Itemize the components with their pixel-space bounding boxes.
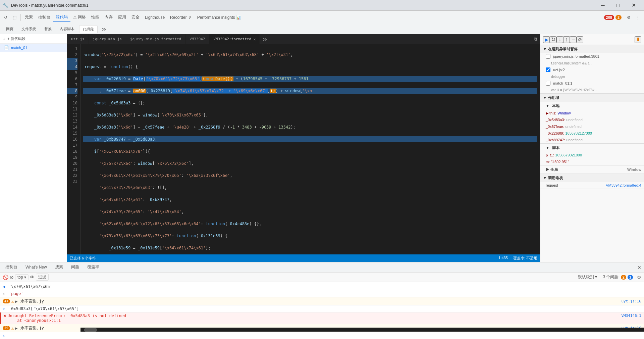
top-context[interactable]: top ▾ (15, 274, 29, 280)
scope-section: ▼ 作用域 ▼ 本地 ▶ this: Window _0x5d83a3: und… (540, 94, 644, 144)
coverage-tab[interactable]: 覆盖率 (85, 262, 102, 273)
warn-badge-47: 47 (3, 299, 10, 303)
code-line-2: request = function() { (83, 64, 537, 70)
more-tabs-btn[interactable]: ≫ (99, 25, 109, 34)
step-over-button[interactable]: ↻ (550, 36, 556, 43)
filter-input[interactable]: 过滤 (36, 274, 49, 281)
step-into-button[interactable]: ↓ (556, 36, 563, 43)
warn-icon-2: ⚠ (11, 326, 14, 331)
clear-console-btn[interactable]: 🚫 (3, 275, 8, 280)
tab-close-icon[interactable]: ✕ (253, 37, 256, 42)
breakpoint-item-1: jquery.min.js:formatted:3801 (540, 53, 644, 60)
application-tab-btn[interactable]: 应用 (115, 13, 129, 22)
scope-arrow: ▼ (543, 96, 547, 100)
snippets-tab[interactable]: 代码段 (79, 25, 98, 33)
coverage-status: 覆盖率: 不适用 (513, 256, 537, 261)
breakpoint-checkbox-1[interactable] (546, 54, 550, 59)
jquery-formatted-tab[interactable]: jquery.min.js:formatted (126, 34, 185, 44)
vm33942-formatted-tab[interactable]: VM33942:formatted ✕ (210, 34, 260, 44)
lighthouse-tab-btn[interactable]: Lighthouse (142, 13, 167, 22)
whats-new-tab[interactable]: What's New (23, 262, 50, 273)
expand-47[interactable]: ▶ (15, 299, 19, 304)
err-badge-bottom: 1 (628, 275, 633, 280)
vm33942-tab[interactable]: VM33942 (185, 34, 209, 44)
performance-tab-btn[interactable]: 性能 (89, 13, 102, 22)
scope-header[interactable]: ▼ 作用域 (540, 94, 644, 102)
code-line-7: _0x5d83a3['\x6d'] = _0x57feae + '\u4e28'… (83, 124, 537, 130)
filetree-item-match01[interactable]: 📄 match_01 (0, 44, 67, 52)
console-tab-btn[interactable]: 控制台 (36, 13, 53, 22)
deactivate-breakpoints[interactable]: ⊘ (577, 36, 583, 43)
warn-source-1[interactable]: uyt.js:16 (621, 299, 641, 303)
err-source[interactable]: VM34146:1 (621, 313, 641, 318)
local-scope-header[interactable]: ▼ 本地 (540, 102, 644, 110)
log-level[interactable]: 默认级别 ▾ (578, 274, 597, 280)
breakpoint-subtext-3: var U = ['W5r5W6VdIHZcT8k... (540, 87, 644, 93)
filesystem-tab[interactable]: 文件系统 (18, 25, 40, 33)
recorder-tab-btn[interactable]: Recorder 🎙 (167, 13, 195, 22)
split-editor-btn[interactable]: ⧉ (531, 36, 540, 42)
script-m: m: "4602.951" (540, 158, 644, 165)
perf-insights-tab-btn[interactable]: Performance insights 📊 (195, 13, 244, 22)
code-area[interactable]: 1234 5678 91011121314 151617181920 21222… (67, 44, 540, 254)
breakpoint-checkbox-3[interactable] (546, 81, 550, 86)
breakpoints-header[interactable]: ▼ 在遇到异常时暂停 (540, 45, 644, 53)
minimize-button[interactable]: ─ (595, 0, 610, 11)
more-tools-button[interactable]: ⋮ (633, 13, 643, 22)
code-line-9: $['\x61\x6a\x61\x78']({ (83, 148, 537, 154)
code-line-8: var _0xb89747 = _0x5d83a3; (83, 136, 537, 142)
callstack-arrow: ▼ (543, 176, 547, 180)
replace-tab[interactable]: 替换 (41, 25, 55, 33)
console-line-2: ◁ 'page' (0, 290, 644, 297)
content-scripts-tab[interactable]: 内容脚本 (56, 25, 78, 33)
code-line-16: '\x73\x75\x63\x63\x65\x73\x73': function… (83, 233, 537, 239)
script-arrow: ▼ (546, 146, 549, 150)
var-5d83a3: _0x5d83a3: undefined (540, 116, 644, 123)
console-settings-btn[interactable]: ⚙ (637, 275, 641, 280)
no-icon-btn[interactable]: ⊘ (10, 275, 14, 280)
maximize-button[interactable]: □ (610, 0, 626, 11)
pause-on-exception[interactable]: ⏸ (635, 36, 641, 43)
callstack-header[interactable]: ▼ 调用堆栈 (540, 174, 644, 182)
var-57feae: _0x57feae: undefined (540, 123, 644, 130)
jquery-tab[interactable]: jquery.min.js (89, 34, 126, 44)
devtools-favicon: 🔧 (3, 3, 8, 8)
elements-tab-btn[interactable]: 元素 (22, 13, 36, 22)
code-content[interactable]: window['\x75\x72\x6c'] = '\x2f\x61\x70\x… (80, 44, 540, 254)
close-button[interactable]: ✕ (626, 0, 641, 11)
code-line-5: const _0x5d83a3 = {}; (83, 100, 537, 106)
webpage-tab[interactable]: 网页 (3, 25, 17, 33)
more-editor-tabs[interactable]: ≫ (260, 37, 270, 42)
script-scope-header[interactable]: ▼ 脚本 (540, 144, 644, 152)
network-tab-btn[interactable]: ⚠ 网络 (70, 13, 89, 22)
issues-tab[interactable]: 问题 (68, 262, 82, 273)
editor-status-bar: 已选择 6 个字符 1:435 覆盖率: 不适用 (67, 254, 540, 262)
step-button[interactable]: → (570, 36, 577, 43)
global-scope-header[interactable]: ▶ 全局 Window (540, 165, 644, 174)
security-tab-btn[interactable]: 安全 (129, 13, 142, 22)
console-bottom-tab[interactable]: 控制台 (3, 262, 20, 273)
pause-exception-label: 在遇到异常时暂停 (548, 47, 578, 52)
issues-count-label: 3 个问题: (603, 274, 619, 280)
breakpoint-checkbox-2[interactable] (546, 67, 550, 72)
main-toolbar: ↺ ⬚ 元素 控制台 源代码 ⚠ 网络 性能 内存 应用 安全 Lighthou… (0, 11, 644, 24)
code-line-13: '\x64\x61\x74\x61': _0xb89747, (83, 197, 537, 203)
console-line-1: ◀ '\x70\x61\x67\x65' (0, 283, 644, 290)
search-bottom-tab[interactable]: 搜索 (52, 262, 66, 273)
settings-button[interactable]: ⚙ (624, 13, 633, 22)
code-line-17: _0x131e59 = _0x131e59['\x64\x61\x74\x61'… (83, 245, 537, 251)
step-out-button[interactable]: ↑ (563, 36, 570, 43)
callstack-source[interactable]: VM33942:formatted:4 (606, 183, 641, 187)
status-right: 1:435 覆盖率: 不适用 (498, 256, 537, 261)
new-snippet-button[interactable]: + (3, 36, 5, 42)
expand-29[interactable]: ▶ (15, 326, 19, 331)
uzt-tab[interactable]: uzt.js (67, 34, 89, 44)
inspect-button[interactable]: ⬚ (10, 13, 19, 22)
breakpoint-subtext-2: debugger (540, 73, 644, 80)
eye-button[interactable]: 👁 (30, 275, 35, 280)
sources-tab-btn[interactable]: 源代码 (53, 13, 70, 22)
close-bottom-panel[interactable]: ✕ (637, 265, 641, 270)
reload-button[interactable]: ↺ (1, 13, 10, 22)
resume-button[interactable]: ▶ (543, 36, 550, 43)
memory-tab-btn[interactable]: 内存 (102, 13, 115, 22)
